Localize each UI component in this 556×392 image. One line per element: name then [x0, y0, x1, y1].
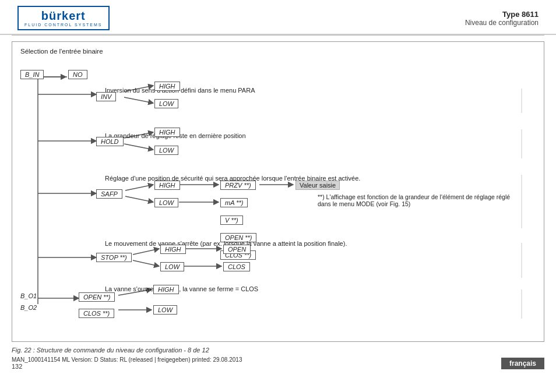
- node-high2: HIGH: [154, 128, 180, 137]
- main-content: Sélection de l'entrée binaire: [0, 36, 556, 342]
- node-stop: STOP **): [96, 253, 132, 262]
- diagram-box: Sélection de l'entrée binaire: [12, 41, 544, 342]
- logo-area: bürkert FLUID CONTROL SYSTEMS: [17, 6, 110, 30]
- node-v: V **): [220, 216, 243, 225]
- node-high5: HIGH: [153, 285, 179, 294]
- node-high4: HIGH: [160, 245, 186, 254]
- node-no: NO: [68, 70, 87, 79]
- node-open2: OPEN: [223, 245, 251, 254]
- node-przv: PRZV **): [220, 181, 256, 190]
- svg-line-6: [124, 97, 153, 103]
- diagram: B_IN NO Inversion du sens d'action défin…: [20, 59, 527, 333]
- node-b-o1: B_O1: [20, 292, 37, 299]
- node-open3: OPEN **): [79, 292, 115, 302]
- footnote: **) L'affichage est fonction de la grand…: [318, 193, 516, 207]
- footer-lang: français: [501, 358, 544, 369]
- brand-sub: FLUID CONTROL SYSTEMS: [24, 23, 103, 27]
- node-inv: INV: [96, 92, 116, 101]
- node-low5: LOW: [153, 305, 177, 315]
- brand-name: bürkert: [41, 9, 86, 23]
- node-clos2: CLOS: [223, 262, 250, 271]
- footer-man: MAN_1000141154 ML Version: D Status: RL …: [12, 356, 242, 363]
- footer-page: 132: [12, 363, 242, 370]
- node-safp: SAFP: [96, 189, 122, 199]
- svg-line-9: [124, 144, 153, 150]
- node-low3: LOW: [154, 198, 178, 207]
- svg-line-17: [133, 249, 159, 255]
- header-right: Type 8611 Niveau de configuration: [465, 10, 539, 27]
- desc-open-clos: La vanne s'ouvre = OPEN, la vanne se fer…: [105, 285, 258, 292]
- node-b-in: B_IN: [20, 70, 44, 79]
- svg-line-11: [125, 185, 153, 190]
- node-high1: HIGH: [154, 82, 180, 91]
- diagram-title: Sélection de l'entrée binaire: [20, 48, 536, 55]
- node-low4: LOW: [160, 262, 184, 271]
- svg-line-12: [125, 196, 153, 202]
- valeur-saisie: Valeur saisie: [295, 181, 340, 190]
- node-ma: mA **): [220, 198, 248, 207]
- logo-box: bürkert FLUID CONTROL SYSTEMS: [17, 6, 110, 30]
- node-low2: LOW: [154, 146, 178, 155]
- node-low1: LOW: [154, 99, 178, 108]
- type-label: Type 8611: [465, 10, 539, 19]
- svg-line-18: [133, 260, 159, 266]
- node-b-o2: B_O2: [20, 304, 37, 311]
- desc-inv: Inversion du sens d'action défini dans l…: [105, 87, 255, 94]
- footer-fig: Fig. 22 : Structure de commande du nivea…: [0, 347, 556, 354]
- type-sub: Niveau de configuration: [465, 19, 539, 27]
- header: bürkert FLUID CONTROL SYSTEMS Type 8611 …: [0, 0, 556, 35]
- footer-bottom: MAN_1000141154 ML Version: D Status: RL …: [0, 355, 556, 372]
- footer-left: MAN_1000141154 ML Version: D Status: RL …: [12, 356, 242, 370]
- node-hold: HOLD: [96, 137, 124, 146]
- node-high3: HIGH: [154, 181, 180, 190]
- node-clos3: CLOS **): [79, 309, 114, 318]
